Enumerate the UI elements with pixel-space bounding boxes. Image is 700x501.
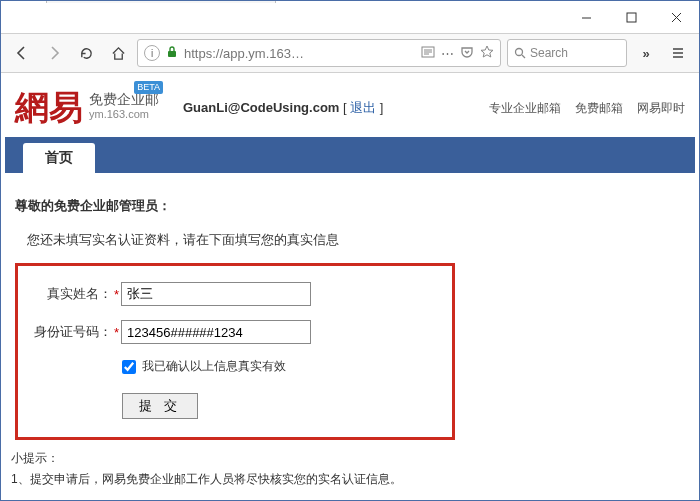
label-confirm: 我已确认以上信息真实有效: [142, 358, 286, 375]
main-content: 尊敬的免费企业邮管理员： 您还未填写实名认证资料，请在下面填写您的真实信息 真实…: [1, 173, 699, 498]
site-logo[interactable]: 網易 BETA 免费企业邮 ym.163.com: [15, 91, 159, 125]
logout-link[interactable]: 退出: [350, 100, 376, 115]
logo-line2: ym.163.com: [89, 108, 159, 121]
site-header: 網易 BETA 免费企业邮 ym.163.com GuanLi@CodeUsin…: [1, 81, 699, 137]
window-close-button[interactable]: [654, 1, 699, 33]
address-bar[interactable]: i https://app.ym.163… ⋯: [137, 39, 501, 67]
row-confirm: 我已确认以上信息真实有效: [122, 358, 438, 375]
row-id: 身份证号码： *: [32, 320, 438, 344]
bookmark-star-icon[interactable]: [480, 45, 494, 62]
user-info: GuanLi@CodeUsing.com [ 退出 ]: [183, 99, 383, 117]
url-text: https://app.ym.163…: [184, 46, 415, 61]
search-placeholder: Search: [530, 46, 568, 60]
notice-text: 您还未填写实名认证资料，请在下面填写您的真实信息: [27, 231, 689, 249]
logo-subtext: BETA 免费企业邮 ym.163.com: [89, 91, 159, 121]
nav-pro-mail[interactable]: 专业企业邮箱: [489, 100, 561, 117]
tips-item-1: 1、提交申请后，网易免费企业邮工作人员将尽快核实您的实名认证信息。: [11, 471, 689, 488]
pocket-icon[interactable]: [460, 45, 474, 62]
row-submit: 提 交: [122, 393, 438, 419]
label-id: 身份证号码：: [32, 323, 112, 341]
window-controls: [564, 1, 699, 33]
new-tab-button[interactable]: [282, 0, 310, 3]
home-button[interactable]: [105, 40, 131, 66]
reload-button[interactable]: [73, 40, 99, 66]
label-name: 真实姓名：: [32, 285, 112, 303]
input-id-number[interactable]: [121, 320, 311, 344]
required-marker: *: [114, 325, 119, 340]
realname-form: 真实姓名： * 身份证号码： * 我已确认以上信息真实有效 提 交: [15, 263, 455, 440]
tips-section: 小提示： 1、提交申请后，网易免费企业邮工作人员将尽快核实您的实名认证信息。: [11, 450, 689, 488]
site-info-icon[interactable]: i: [144, 45, 160, 61]
tips-heading: 小提示：: [11, 450, 689, 467]
nav-im[interactable]: 网易即时: [637, 100, 685, 117]
svg-rect-0: [627, 13, 636, 22]
reader-mode-icon[interactable]: [421, 45, 435, 62]
required-marker: *: [114, 287, 119, 302]
search-icon: [514, 47, 526, 59]
row-name: 真实姓名： *: [32, 282, 438, 306]
window-maximize-button[interactable]: [609, 1, 654, 33]
app-menu-button[interactable]: [665, 40, 691, 66]
user-email: GuanLi@CodeUsing.com: [183, 100, 339, 115]
forward-button[interactable]: [41, 40, 67, 66]
browser-toolbar: i https://app.ym.163… ⋯ Search »: [1, 33, 699, 73]
submit-button[interactable]: 提 交: [122, 393, 198, 419]
svg-point-3: [516, 49, 523, 56]
nav-free-mail[interactable]: 免费邮箱: [575, 100, 623, 117]
primary-nav-bar: 首页: [5, 137, 695, 173]
logo-chinese: 網易: [15, 91, 83, 125]
page-actions-overflow[interactable]: ⋯: [441, 46, 454, 61]
lock-icon: [166, 46, 178, 61]
input-real-name[interactable]: [121, 282, 311, 306]
toolbar-overflow-button[interactable]: »: [633, 40, 659, 66]
svg-rect-1: [168, 51, 176, 57]
search-box[interactable]: Search: [507, 39, 627, 67]
window-minimize-button[interactable]: [564, 1, 609, 33]
page-content: 網易 BETA 免费企业邮 ym.163.com GuanLi@CodeUsin…: [1, 73, 699, 498]
greeting-text: 尊敬的免费企业邮管理员：: [15, 197, 689, 215]
checkbox-confirm[interactable]: [122, 360, 136, 374]
beta-badge: BETA: [134, 81, 163, 94]
back-button[interactable]: [9, 40, 35, 66]
top-nav: 专业企业邮箱 免费邮箱 网易即时: [489, 100, 685, 117]
window-titlebar: 网易免费企业邮--自主域名, 企…: [1, 1, 699, 33]
tab-home[interactable]: 首页: [23, 143, 95, 173]
browser-tab[interactable]: 网易免费企业邮--自主域名, 企…: [46, 0, 276, 3]
